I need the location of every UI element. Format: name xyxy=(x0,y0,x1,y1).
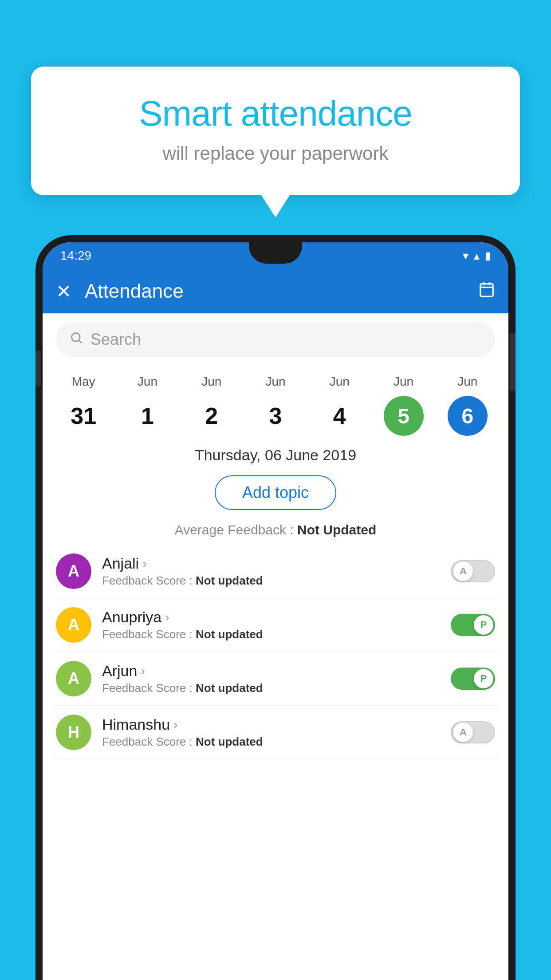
date-month: Jun xyxy=(138,375,157,389)
student-row[interactable]: HHimanshu ›Feedback Score : Not updatedA xyxy=(51,706,500,759)
date-month: Jun xyxy=(265,375,285,389)
student-list: AAnjali ›Feedback Score : Not updatedAAA… xyxy=(43,545,508,759)
date-number: 1 xyxy=(127,396,167,436)
date-number: 5 xyxy=(384,396,424,436)
toggle-knob: A xyxy=(453,561,473,581)
date-item[interactable]: Jun2 xyxy=(185,375,238,436)
date-month: Jun xyxy=(457,375,477,389)
date-month: Jun xyxy=(394,375,413,389)
date-item[interactable]: Jun3 xyxy=(249,375,302,436)
student-info: Anupriya ›Feedback Score : Not updated xyxy=(102,609,440,641)
phone-frame: 14:29 ▾ ▴ ▮ ✕ Attendance xyxy=(35,235,516,980)
toggle-knob: P xyxy=(474,615,493,635)
avatar: A xyxy=(56,553,91,589)
svg-rect-0 xyxy=(480,284,493,296)
date-number: 31 xyxy=(63,396,103,436)
date-item[interactable]: Jun5 xyxy=(377,375,430,436)
status-time: 14:29 xyxy=(60,249,91,263)
feedback-score: Feedback Score : Not updated xyxy=(102,735,440,749)
avg-feedback: Average Feedback : Not Updated xyxy=(43,517,508,545)
search-placeholder: Search xyxy=(91,330,141,349)
add-topic-button[interactable]: Add topic xyxy=(215,475,336,510)
chevron-icon: › xyxy=(142,557,146,571)
student-info: Arjun ›Feedback Score : Not updated xyxy=(102,662,440,695)
student-name: Anupriya › xyxy=(102,609,440,626)
app-bar: ✕ Attendance xyxy=(43,269,508,313)
attendance-toggle[interactable]: P xyxy=(451,668,495,690)
add-topic-container: Add topic xyxy=(43,475,508,510)
date-month: Jun xyxy=(330,375,350,389)
power-button xyxy=(510,333,516,391)
signal-icon: ▴ xyxy=(474,249,480,263)
speech-bubble-container: Smart attendance will replace your paper… xyxy=(31,67,520,195)
feedback-score: Feedback Score : Not updated xyxy=(102,628,440,641)
student-row[interactable]: AAnupriya ›Feedback Score : Not updatedP xyxy=(51,598,500,652)
volume-button xyxy=(35,351,41,386)
avatar: A xyxy=(56,607,91,643)
student-info: Himanshu ›Feedback Score : Not updated xyxy=(102,716,440,749)
avg-feedback-label: Average Feedback : xyxy=(175,522,297,537)
app-title: Attendance xyxy=(85,280,184,302)
toggle-container: P xyxy=(451,668,495,690)
date-item[interactable]: Jun1 xyxy=(121,375,174,436)
selected-date-label: Thursday, 06 June 2019 xyxy=(43,436,508,468)
chevron-icon: › xyxy=(165,610,169,624)
attendance-toggle[interactable]: A xyxy=(451,560,495,582)
speech-bubble: Smart attendance will replace your paper… xyxy=(31,67,520,195)
notch xyxy=(249,242,302,264)
toggle-container: A xyxy=(451,560,495,582)
attendance-toggle[interactable]: A xyxy=(451,721,495,743)
svg-point-4 xyxy=(71,333,80,341)
toggle-container: A xyxy=(451,721,495,743)
svg-line-5 xyxy=(79,340,82,343)
student-info: Anjali ›Feedback Score : Not updated xyxy=(102,555,440,588)
student-name: Anjali › xyxy=(102,555,440,572)
date-item[interactable]: Jun4 xyxy=(313,375,366,436)
date-number: 4 xyxy=(319,396,359,436)
phone-screen-wrapper: 14:29 ▾ ▴ ▮ ✕ Attendance xyxy=(43,242,508,980)
student-row[interactable]: AArjun ›Feedback Score : Not updatedP xyxy=(51,652,500,706)
close-button[interactable]: ✕ xyxy=(56,281,71,302)
avg-feedback-value: Not Updated xyxy=(297,522,376,537)
search-bar[interactable]: Search xyxy=(56,322,495,357)
search-icon xyxy=(69,330,83,349)
chevron-icon: › xyxy=(173,718,177,732)
feedback-score: Feedback Score : Not updated xyxy=(102,681,440,695)
feedback-score: Feedback Score : Not updated xyxy=(102,574,440,588)
student-name: Arjun › xyxy=(102,662,440,680)
app-bar-left: ✕ Attendance xyxy=(56,280,184,302)
date-item[interactable]: Jun6 xyxy=(441,375,494,436)
wifi-icon: ▾ xyxy=(463,249,468,263)
date-month: Jun xyxy=(201,375,221,389)
date-month: May xyxy=(72,375,95,389)
bubble-subtitle: will replace your paperwork xyxy=(67,143,484,164)
bubble-title: Smart attendance xyxy=(67,93,484,134)
date-number: 6 xyxy=(448,396,488,436)
attendance-toggle[interactable]: P xyxy=(451,614,495,636)
student-row[interactable]: AAnjali ›Feedback Score : Not updatedA xyxy=(51,545,500,598)
avatar: H xyxy=(56,715,91,750)
battery-icon: ▮ xyxy=(485,249,491,262)
date-number: 3 xyxy=(256,396,295,436)
date-item[interactable]: May31 xyxy=(57,375,110,436)
date-number: 2 xyxy=(192,396,232,436)
toggle-knob: P xyxy=(474,669,493,688)
chevron-icon: › xyxy=(141,664,145,678)
student-name: Himanshu › xyxy=(102,716,440,733)
status-icons: ▾ ▴ ▮ xyxy=(463,249,491,263)
avatar: A xyxy=(56,661,91,696)
calendar-icon[interactable] xyxy=(478,281,495,302)
toggle-container: P xyxy=(451,614,495,636)
toggle-knob: A xyxy=(453,723,473,742)
phone-screen-content: Search May31Jun1Jun2Jun3Jun4Jun5Jun6 Thu… xyxy=(43,313,508,980)
date-scroll: May31Jun1Jun2Jun3Jun4Jun5Jun6 xyxy=(43,366,508,436)
